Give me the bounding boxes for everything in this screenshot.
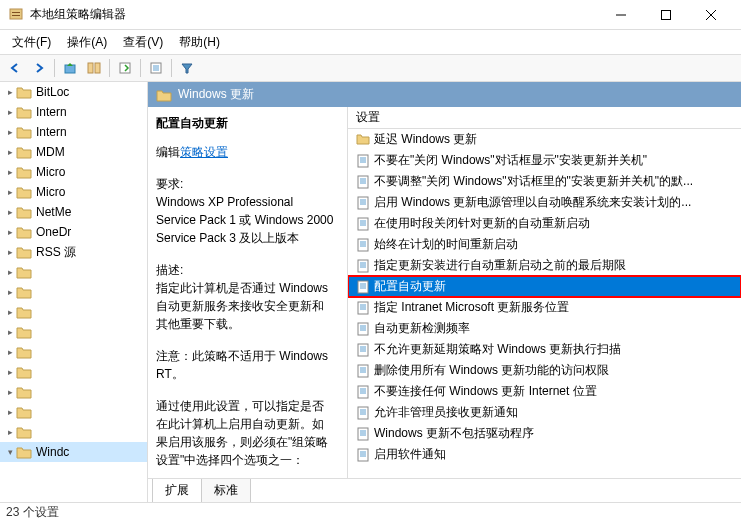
expander-icon[interactable]: ▸	[4, 147, 16, 157]
tree-item[interactable]: ▸Micro	[0, 182, 147, 202]
tree-label: Micro	[36, 165, 65, 179]
tree-item[interactable]: ▸Intern	[0, 122, 147, 142]
edit-policy-link[interactable]: 策略设置	[180, 145, 228, 159]
list-item[interactable]: 配置自动更新	[348, 276, 741, 297]
toolbar	[0, 54, 741, 82]
tree-item[interactable]: ▸OneDr	[0, 222, 147, 242]
tree-scroll[interactable]: ▸BitLoc▸Intern▸Intern▸MDM▸Micro▸Micro▸Ne…	[0, 82, 147, 502]
tree-item[interactable]: ▸	[0, 362, 147, 382]
list-item-label: 在使用时段关闭针对更新的自动重新启动	[374, 215, 590, 232]
maximize-button[interactable]	[643, 0, 688, 29]
svg-rect-2	[12, 15, 20, 16]
svg-rect-47	[358, 323, 368, 335]
expander-icon[interactable]: ▸	[4, 127, 16, 137]
folder-icon	[16, 185, 32, 199]
expander-icon[interactable]: ▸	[4, 287, 16, 297]
expander-icon[interactable]: ▸	[4, 327, 16, 337]
svg-rect-27	[358, 218, 368, 230]
list-item[interactable]: 启用软件通知	[348, 444, 741, 465]
content-pane: Windows 更新 配置自动更新 编辑策略设置 要求: Windows XP …	[148, 82, 741, 502]
list-item[interactable]: 指定 Intranet Microsoft 更新服务位置	[348, 297, 741, 318]
up-button[interactable]	[59, 57, 81, 79]
setting-icon	[356, 427, 370, 441]
refresh-button[interactable]	[145, 57, 167, 79]
expander-icon[interactable]: ▸	[4, 307, 16, 317]
tree-item[interactable]: ▸NetMe	[0, 202, 147, 222]
expander-icon[interactable]: ▸	[4, 207, 16, 217]
expander-icon[interactable]: ▸	[4, 247, 16, 257]
tree-item[interactable]: ▸Micro	[0, 162, 147, 182]
tree-item[interactable]: ▸Intern	[0, 102, 147, 122]
toolbar-separator	[171, 59, 172, 77]
expander-icon[interactable]: ▸	[4, 347, 16, 357]
expander-icon[interactable]: ▸	[4, 107, 16, 117]
list-item[interactable]: 在使用时段关闭针对更新的自动重新启动	[348, 213, 741, 234]
tab-extended[interactable]: 扩展	[152, 479, 202, 502]
tree-item[interactable]: ▾Windc	[0, 442, 147, 462]
setting-icon	[356, 448, 370, 462]
show-hide-button[interactable]	[83, 57, 105, 79]
filter-button[interactable]	[176, 57, 198, 79]
expander-icon[interactable]: ▸	[4, 227, 16, 237]
expander-icon[interactable]: ▾	[4, 447, 16, 457]
tree-item[interactable]: ▸	[0, 342, 147, 362]
tree-item[interactable]: ▸	[0, 302, 147, 322]
expander-icon[interactable]: ▸	[4, 167, 16, 177]
description-pane: 配置自动更新 编辑策略设置 要求: Windows XP Professiona…	[148, 107, 348, 478]
list-item[interactable]: 始终在计划的时间重新启动	[348, 234, 741, 255]
tree-item[interactable]: ▸	[0, 262, 147, 282]
svg-rect-0	[10, 9, 22, 19]
list-item[interactable]: 延迟 Windows 更新	[348, 129, 741, 150]
expander-icon[interactable]: ▸	[4, 407, 16, 417]
svg-rect-8	[88, 63, 93, 73]
tab-standard[interactable]: 标准	[201, 479, 251, 502]
menu-file[interactable]: 文件(F)	[4, 32, 59, 53]
list-item-label: 指定更新安装进行自动重新启动之前的最后期限	[374, 257, 626, 274]
tree-item[interactable]: ▸	[0, 402, 147, 422]
expander-icon[interactable]: ▸	[4, 427, 16, 437]
expander-icon[interactable]: ▸	[4, 187, 16, 197]
tree-item[interactable]: ▸	[0, 422, 147, 442]
expander-icon[interactable]: ▸	[4, 87, 16, 97]
tree-item[interactable]: ▸	[0, 322, 147, 342]
list-item[interactable]: 不要调整"关闭 Windows"对话框里的"安装更新并关机"的默...	[348, 171, 741, 192]
svg-rect-43	[358, 302, 368, 314]
tree-item[interactable]: ▸RSS 源	[0, 242, 147, 262]
list-item[interactable]: 不要在"关闭 Windows"对话框显示"安装更新并关机"	[348, 150, 741, 171]
expander-icon[interactable]: ▸	[4, 367, 16, 377]
window-title: 本地组策略编辑器	[30, 6, 598, 23]
menu-view[interactable]: 查看(V)	[115, 32, 171, 53]
menu-help[interactable]: 帮助(H)	[171, 32, 228, 53]
tree-label: BitLoc	[36, 85, 69, 99]
tree-item[interactable]: ▸MDM	[0, 142, 147, 162]
list-item[interactable]: 允许非管理员接收更新通知	[348, 402, 741, 423]
minimize-button[interactable]	[598, 0, 643, 29]
expander-icon[interactable]: ▸	[4, 267, 16, 277]
list-body[interactable]: 延迟 Windows 更新不要在"关闭 Windows"对话框显示"安装更新并关…	[348, 129, 741, 478]
list-item[interactable]: 启用 Windows 更新电源管理以自动唤醒系统来安装计划的...	[348, 192, 741, 213]
expander-icon[interactable]: ▸	[4, 387, 16, 397]
tree-item[interactable]: ▸	[0, 282, 147, 302]
svg-rect-71	[358, 449, 368, 461]
list-item[interactable]: Windows 更新不包括驱动程序	[348, 423, 741, 444]
description-text3: 通过使用此设置，可以指定是否在此计算机上启用自动更新。如果启用该服务，则必须在"…	[156, 397, 335, 469]
list-item[interactable]: 删除使用所有 Windows 更新功能的访问权限	[348, 360, 741, 381]
toolbar-separator	[140, 59, 141, 77]
forward-button[interactable]	[28, 57, 50, 79]
export-button[interactable]	[114, 57, 136, 79]
list-item-label: 配置自动更新	[374, 278, 446, 295]
list-item[interactable]: 指定更新安装进行自动重新启动之前的最后期限	[348, 255, 741, 276]
svg-rect-23	[358, 197, 368, 209]
tree-item[interactable]: ▸	[0, 382, 147, 402]
tree-item[interactable]: ▸BitLoc	[0, 82, 147, 102]
list-column-header[interactable]: 设置	[348, 107, 741, 129]
list-item[interactable]: 自动更新检测频率	[348, 318, 741, 339]
close-button[interactable]	[688, 0, 733, 29]
menu-action[interactable]: 操作(A)	[59, 32, 115, 53]
list-item[interactable]: 不要连接任何 Windows 更新 Internet 位置	[348, 381, 741, 402]
tree-label: MDM	[36, 145, 65, 159]
list-item[interactable]: 不允许更新延期策略对 Windows 更新执行扫描	[348, 339, 741, 360]
back-button[interactable]	[4, 57, 26, 79]
statusbar: 23 个设置	[0, 502, 741, 520]
desc-scroll[interactable]: 编辑策略设置 要求: Windows XP Professional Servi…	[156, 144, 339, 470]
